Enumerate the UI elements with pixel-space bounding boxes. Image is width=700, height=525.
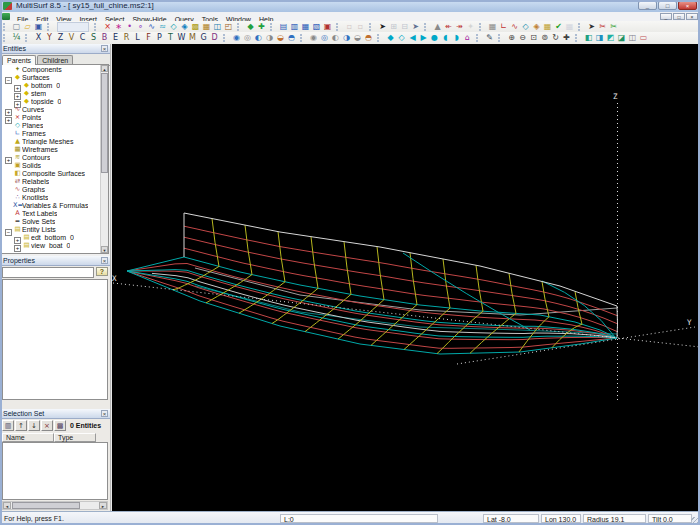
expand-icon[interactable]: + [14, 245, 21, 252]
insert-plane-icon[interactable]: ▦ [201, 22, 212, 32]
insert-entity-list-icon[interactable]: ◰ [223, 22, 234, 32]
tree-item-contours[interactable]: +≋Contours [2, 153, 101, 161]
selection-set-header[interactable]: Selection Set × [0, 409, 110, 419]
selection-scrollbar[interactable]: ◄ ► [2, 501, 108, 510]
insert-curve-icon[interactable]: ∿ [146, 22, 157, 32]
tree-item-view-boat-0[interactable]: +▤view_boat_0 [2, 241, 101, 249]
edit-surface-icon[interactable]: ◇ [520, 22, 531, 32]
scroll-left-icon[interactable]: ◄ [3, 502, 11, 509]
entity-type-x-icon[interactable]: X [33, 33, 44, 43]
perspective-view-icon[interactable]: ▣ [322, 22, 333, 32]
select-remove-icon[interactable]: ⊟ [399, 22, 410, 32]
edit-point-icon[interactable]: ∟ [498, 22, 509, 32]
tree-item-triangle-meshes[interactable]: ▲Triangle Meshes [2, 137, 101, 145]
tree-item-composite-surfaces[interactable]: ◧Composite Surfaces [2, 169, 101, 177]
insert-solid-icon[interactable]: ▩ [190, 22, 201, 32]
move-aft-icon[interactable]: ↞ [443, 22, 454, 32]
tree-item-wireframes[interactable]: ▦Wireframes [2, 145, 101, 153]
scroll-up-icon[interactable]: ▲ [101, 65, 108, 72]
edit-frame-icon[interactable]: ◈ [531, 22, 542, 32]
render-icon[interactable]: ◫ [627, 33, 638, 43]
zoom-fit-icon[interactable]: ⊚ [539, 33, 550, 43]
properties-panel-header[interactable]: Properties × [0, 256, 110, 266]
table-icon[interactable]: ▦ [564, 22, 575, 32]
tree-item-variables-formulas[interactable]: X=Variables & Formulas [2, 201, 101, 209]
insert-snake-icon[interactable]: ≈ [157, 22, 168, 32]
scroll-right-icon[interactable]: ► [99, 502, 107, 509]
entities-panel-header[interactable]: Entities × [0, 44, 110, 54]
show-selected-icon[interactable]: ◐ [253, 33, 264, 43]
view-iso-icon[interactable]: ◗ [451, 33, 462, 43]
tree-scrollbar[interactable]: ▲ ▼ [100, 65, 108, 253]
insert-surface-icon[interactable]: ◇ [168, 22, 179, 32]
plan-view-icon[interactable]: ▦ [300, 22, 311, 32]
hide-labels-icon[interactable]: ◑ [341, 33, 352, 43]
scroll-down-icon[interactable]: ▼ [101, 246, 108, 253]
tree-item-knotlists[interactable]: ∴Knotlists [2, 193, 101, 201]
grid-icon[interactable]: ▦ [487, 22, 498, 32]
move-down-icon[interactable]: ↓ [28, 420, 40, 431]
tab-parents[interactable]: Parents [2, 55, 36, 65]
profile-view-icon[interactable]: ▧ [311, 22, 322, 32]
entity-type-z-icon[interactable]: Z [55, 33, 66, 43]
view-bow-icon[interactable]: ◆ [385, 33, 396, 43]
delete-entity-icon[interactable]: × [102, 22, 113, 32]
entity-type-p-icon[interactable]: P [154, 33, 165, 43]
minimize-button[interactable]: _ [638, 1, 657, 10]
check-model-icon[interactable]: ✔ [553, 22, 564, 32]
entity-type-e-icon[interactable]: E [110, 33, 121, 43]
project-icon[interactable]: ◆ [245, 22, 256, 32]
close-button[interactable]: × [678, 1, 697, 10]
column-header-type[interactable]: Type [54, 433, 96, 442]
show-all-icon[interactable]: ◉ [231, 33, 242, 43]
nudge-icon[interactable]: ▲ [432, 22, 443, 32]
restore-button[interactable]: □ [658, 1, 677, 10]
entities-close-icon[interactable]: × [101, 45, 108, 52]
tree-item-curves[interactable]: +∿Curves [2, 105, 101, 113]
offset-icon[interactable]: ✚ [256, 22, 267, 32]
view-top-icon[interactable]: ● [429, 33, 440, 43]
invert-visibility-icon[interactable]: ◒ [275, 33, 286, 43]
selection-set-close-icon[interactable]: × [101, 410, 108, 417]
home-view-icon[interactable]: ⌂ [462, 33, 473, 43]
entity-type-f-icon[interactable]: F [143, 33, 154, 43]
hide-points-icon[interactable]: ◎ [319, 33, 330, 43]
hide-selected-icon[interactable]: ◑ [264, 33, 275, 43]
hide-all-icon[interactable]: ◎ [242, 33, 253, 43]
edit-curve-icon[interactable]: ∿ [509, 22, 520, 32]
pan-view-icon[interactable]: ✚ [561, 33, 572, 43]
measure-icon[interactable]: ✎ [484, 33, 495, 43]
snap-icon[interactable]: ✦ [465, 22, 476, 32]
tree-item-solids[interactable]: ▣Solids [2, 161, 101, 169]
properties-close-icon[interactable]: × [101, 257, 108, 264]
remove-from-set-icon[interactable]: × [41, 420, 53, 431]
rotate-view-icon[interactable]: ↻ [550, 33, 561, 43]
entity-type-g-icon[interactable]: G [198, 33, 209, 43]
tree-item-points[interactable]: +×Points [2, 113, 101, 121]
export-3d-icon[interactable]: ◨ [594, 33, 605, 43]
insert-surface2-icon[interactable]: ◈ [179, 22, 190, 32]
show-points-icon[interactable]: ◉ [308, 33, 319, 43]
tree-item-text-labels[interactable]: AText Labels [2, 209, 101, 217]
import-icon[interactable]: ◪ [616, 33, 627, 43]
mdi-minimize-button[interactable]: _ [660, 13, 672, 20]
entity-type-t-icon[interactable]: T [165, 33, 176, 43]
view-starboard-icon[interactable]: ▶ [418, 33, 429, 43]
tree-item-topside-0[interactable]: +◆topside_0 [2, 97, 101, 105]
resize-grip[interactable] [691, 517, 699, 525]
entity-type-m-icon[interactable]: M [187, 33, 198, 43]
view-bottom-icon[interactable]: ◖ [440, 33, 451, 43]
scroll-thumb[interactable] [101, 73, 108, 173]
view-port-icon[interactable]: ◀ [407, 33, 418, 43]
display-opt1-icon[interactable]: ▫ [344, 22, 355, 32]
selection-list-icon[interactable]: ▥ [2, 420, 14, 431]
cut-green-icon[interactable]: ✂ [608, 22, 619, 32]
tree-item-solve-sets[interactable]: =Solve Sets [2, 217, 101, 225]
select-add-icon[interactable]: ⊞ [388, 22, 399, 32]
edit-mesh-icon[interactable]: ▦ [542, 22, 553, 32]
viewport-3d[interactable]: XYZ [112, 44, 700, 511]
snap-fraction-icon[interactable]: ¼ [11, 33, 22, 43]
entity-type-b-icon[interactable]: B [99, 33, 110, 43]
entity-type-y-icon[interactable]: Y [44, 33, 55, 43]
insert-frame-icon[interactable]: ◫ [212, 22, 223, 32]
